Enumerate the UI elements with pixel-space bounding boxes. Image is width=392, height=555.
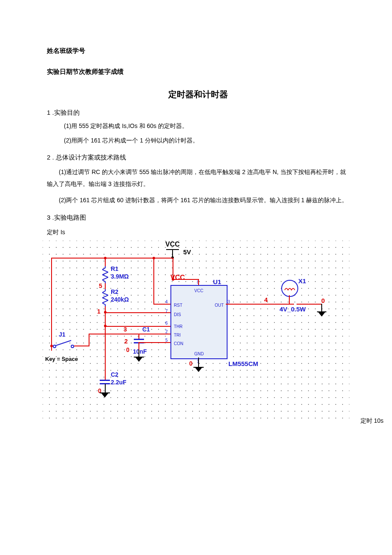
x1-name: X1 (298, 277, 306, 285)
wire-r1-bot (105, 283, 106, 289)
pin-thr-label: THR (174, 324, 183, 329)
section-1-item-2: (2)用两个 161 芯片构成一个 1 分钟以内的计时器。 (64, 136, 349, 146)
section-1-item-1: (1)用 555 定时器构成 Is,IOs 和 60s 的定时器。 (64, 121, 349, 131)
node-pin8 (172, 278, 174, 281)
circuit-diagram: VCC 5V VCC R1 3.9MΩ 5 R2 240kΩ 1 (43, 241, 349, 428)
wire-c2-top (105, 372, 106, 380)
x1-value: 4V_0.5W (280, 305, 306, 313)
c1-value: 10nF (133, 348, 147, 355)
wire-rst (153, 304, 170, 305)
section-2-para-1: (1)通过调节 RC 的大小来调节 555 输出脉冲的周期，在低电平触发端 2 … (47, 166, 349, 190)
gnd-x1-icon (318, 312, 325, 317)
wire-pin8-v (173, 258, 173, 280)
caption-10s: 定时 10s (360, 417, 383, 425)
net-2: 2 (124, 338, 128, 345)
wire-left-vert (51, 258, 52, 351)
r1-value: 3.9MΩ (111, 273, 129, 280)
wire-r2-chip (105, 312, 170, 313)
c2-plate1-icon (100, 380, 110, 381)
wire-j1-r (74, 346, 89, 346)
pin7-num: 7 (165, 309, 168, 314)
wire-pin8-h (173, 279, 199, 280)
wire-con (138, 342, 170, 343)
vcc-bar (166, 249, 179, 250)
switch-icon (52, 340, 75, 349)
wire-chip-gnd (198, 357, 199, 367)
pin6-num: 6 (165, 321, 168, 325)
wire-x1-gnd (321, 304, 322, 311)
node-rst (153, 257, 155, 259)
node-r1t (104, 257, 107, 259)
pin-con-label: CON (174, 341, 183, 346)
svg-point-0 (53, 345, 56, 348)
gnd-c1-icon (135, 357, 142, 362)
net-0-x1: 0 (321, 297, 325, 304)
c2-value: 2.2uF (111, 379, 127, 386)
gnd-chip-icon (195, 368, 202, 372)
chip-u1 (170, 285, 228, 359)
c1-plate1-icon (134, 339, 144, 340)
resistor-r1-icon (102, 266, 108, 283)
lamp-icon (281, 280, 298, 297)
wire-c1-gnd (138, 350, 139, 357)
net-0-c1: 0 (126, 346, 130, 353)
vcc-value: 5V (183, 248, 191, 256)
gnd-c2-icon (101, 393, 108, 398)
u1-name: U1 (213, 278, 221, 285)
document-title: 定时器和计时器 (47, 89, 349, 100)
section-3-heading: 3 .实验电路图 (47, 214, 349, 222)
net-1: 1 (97, 308, 101, 315)
j1-key: Key = Space (45, 356, 78, 362)
svg-line-2 (56, 340, 71, 346)
pin-tri-label: TRI (174, 333, 181, 337)
header-line-2: 实验日期节次教师签字成绩 (47, 68, 349, 76)
r1-name: R1 (111, 265, 118, 272)
wire-x1-r (297, 304, 321, 305)
r2-name: R2 (111, 288, 118, 295)
node-thr (104, 325, 107, 327)
wire-tri (89, 334, 170, 334)
wire-c1-top (138, 334, 139, 339)
pin-vcc-label: VCC (194, 288, 203, 293)
j1-name: J1 (59, 331, 66, 338)
c2-name: C2 (111, 371, 118, 378)
wire-j1-stub (51, 350, 52, 351)
wire-j1-up (89, 334, 89, 346)
timer-1s-label: 定时 Is (47, 229, 349, 236)
section-2-para-2: (2)两个 161 芯片组成 60 进制计数器，将两个 161 芯片的输出连接数… (47, 194, 349, 206)
wire-c2-bot (105, 384, 106, 392)
vcc-label: VCC (165, 241, 180, 248)
wire-thr (105, 326, 170, 327)
pin-gnd-label: GND (194, 352, 204, 356)
header-line-1: 姓名班级学号 (47, 47, 349, 55)
svg-point-1 (71, 345, 74, 348)
wire-x1-d (289, 295, 290, 304)
pin-out-label: OUT (215, 303, 224, 308)
resistor-r2-icon (102, 289, 108, 306)
section-2-heading: 2 . 总体设计方案或技术路线 (47, 154, 349, 162)
wire-out (226, 304, 294, 305)
net-0-chip: 0 (189, 360, 193, 367)
wire-pin8 (198, 279, 199, 285)
net-3: 3 (124, 326, 127, 333)
section-1-heading: 1 .实验目的 (47, 109, 349, 117)
u1-part: LM555CM (228, 360, 258, 367)
pin-dis-label: DIS (174, 312, 181, 317)
node-j1l (50, 345, 53, 347)
wire-rst-v (153, 258, 154, 305)
net-4: 4 (264, 296, 268, 303)
document-page: 姓名班级学号 实验日期节次教师签字成绩 定时器和计时器 1 .实验目的 (1)用… (0, 0, 392, 450)
wire-r2-down (105, 312, 106, 372)
pin-rst-label: RST (174, 303, 182, 308)
c1-name: C1 (142, 326, 150, 333)
r2-value: 240kΩ (111, 296, 129, 303)
net-5: 5 (99, 282, 102, 289)
